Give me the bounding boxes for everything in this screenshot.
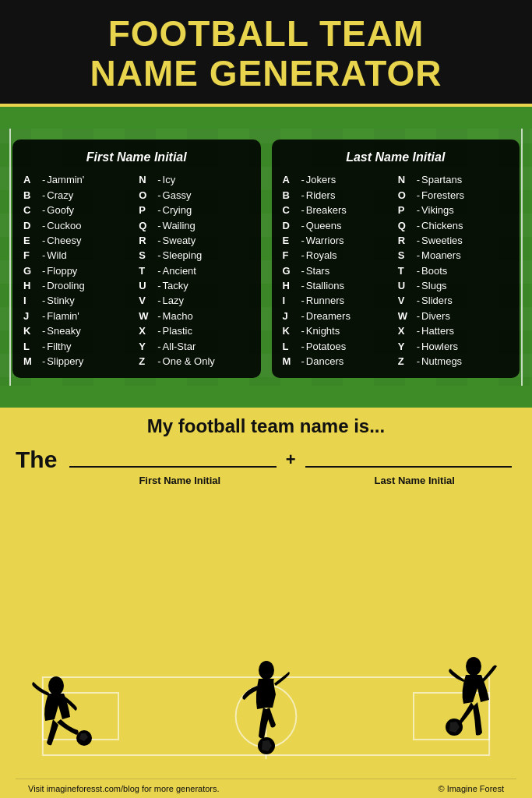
list-item: N - Icy: [139, 172, 249, 187]
list-item: G - Stars: [283, 263, 393, 277]
list-item: Q - Chickens: [398, 217, 509, 232]
list-item: V - Sliders: [398, 293, 509, 308]
last-name-table: Last Name Initial A - JokersB - RidersC …: [272, 139, 520, 378]
list-item: U - Slugs: [398, 278, 509, 293]
header: FOOTBALL TEAM NAME GENERATOR: [0, 0, 532, 107]
plus-sign: +: [286, 450, 296, 470]
list-item: L - Filthy: [23, 338, 134, 353]
list-item: R - Sweeties: [398, 233, 509, 248]
list-item: S - Moaners: [398, 248, 509, 263]
first-name-table: First Name Initial A - Jammin'B - CrazyC…: [12, 139, 261, 378]
list-item: I - Stinky: [23, 293, 134, 308]
last-name-table-title: Last Name Initial: [283, 150, 509, 164]
list-item: J - Dreamers: [283, 309, 393, 323]
list-item: F - Wild: [23, 248, 134, 263]
bottom-section: My football team name is... The + First …: [0, 408, 532, 798]
list-item: K - Knights: [283, 323, 393, 338]
list-item: N - Spartans: [398, 172, 509, 187]
team-name-row: The +: [16, 447, 516, 473]
list-item: P - Crying: [139, 203, 249, 217]
footer-right: © Imagine Forest: [438, 784, 504, 793]
content: FOOTBALL TEAM NAME GENERATOR First Name …: [0, 0, 532, 798]
list-item: M - Slippery: [23, 354, 134, 369]
main-wrapper: FOOTBALL TEAM NAME GENERATOR First Name …: [0, 0, 532, 798]
list-item: U - Tacky: [139, 278, 249, 293]
first-name-col1: A - Jammin'B - CrazyC - GoofyD - CuckooE…: [23, 172, 134, 369]
list-item: A - Jammin': [23, 172, 134, 187]
list-item: W - Macho: [139, 309, 249, 323]
list-item: Q - Wailing: [139, 217, 249, 232]
svg-point-6: [48, 676, 64, 695]
player-left-silhouette: [16, 659, 101, 763]
last-name-col2: N - SpartansO - ForestersP - VikingsQ - …: [398, 172, 509, 369]
list-item: Z - One & Only: [139, 354, 249, 369]
last-name-col1: A - JokersB - RidersC - BreakersD - Quee…: [283, 172, 393, 369]
green-stripe-bottom: [0, 386, 532, 408]
list-item: H - Stallions: [283, 278, 393, 293]
list-item: B - Crazy: [23, 188, 134, 203]
list-item: R - Sweaty: [139, 233, 249, 248]
list-item: Z - Nutmegs: [398, 354, 509, 369]
svg-point-10: [466, 657, 481, 676]
list-item: P - Vikings: [398, 203, 509, 217]
subtitle: My football team name is...: [16, 415, 516, 437]
list-item: V - Lazy: [139, 293, 249, 308]
list-item: A - Jokers: [283, 172, 393, 187]
list-item: X - Plastic: [139, 323, 249, 338]
the-label: The: [16, 447, 57, 473]
list-item: D - Queens: [283, 217, 393, 232]
list-item: B - Riders: [283, 188, 393, 203]
list-item: K - Sneaky: [23, 323, 134, 338]
list-item: Y - All-Star: [139, 338, 249, 353]
last-name-grid: A - JokersB - RidersC - BreakersD - Quee…: [283, 172, 509, 369]
last-name-label: Last Name Initial: [313, 475, 517, 486]
list-item: C - Goofy: [23, 203, 134, 217]
svg-point-8: [259, 661, 274, 680]
list-item: Y - Howlers: [398, 338, 509, 353]
list-item: M - Dancers: [283, 354, 393, 369]
first-name-col2: N - IcyO - GassyP - CryingQ - WailingR -…: [139, 172, 249, 369]
first-name-table-title: First Name Initial: [23, 150, 250, 164]
list-item: E - Cheesy: [23, 233, 134, 248]
list-item: D - Cuckoo: [23, 217, 134, 232]
list-item: T - Boots: [398, 263, 509, 277]
player-center-silhouette: [227, 651, 305, 763]
labels-row: First Name Initial Last Name Initial: [78, 475, 516, 486]
list-item: L - Potatoes: [283, 338, 393, 353]
silhouettes: [16, 486, 516, 779]
list-item: O - Foresters: [398, 188, 509, 203]
first-name-label: First Name Initial: [78, 475, 282, 486]
green-stripe-top: [0, 107, 532, 129]
player-right-silhouette: [431, 651, 516, 763]
footer-left: Visit imagineforesst.com/blog for more g…: [28, 784, 220, 793]
first-name-line: [69, 452, 276, 468]
first-name-grid: A - Jammin'B - CrazyC - GoofyD - CuckooE…: [23, 172, 250, 369]
list-item: T - Ancient: [139, 263, 249, 277]
footer: Visit imagineforesst.com/blog for more g…: [16, 779, 516, 798]
list-item: F - Royals: [283, 248, 393, 263]
list-item: E - Warriors: [283, 233, 393, 248]
list-item: G - Floppy: [23, 263, 134, 277]
list-item: I - Runners: [283, 293, 393, 308]
list-item: W - Divers: [398, 309, 509, 323]
tables-section: First Name Initial A - Jammin'B - CrazyC…: [0, 129, 532, 386]
list-item: J - Flamin': [23, 309, 134, 323]
list-item: O - Gassy: [139, 188, 249, 203]
list-item: H - Drooling: [23, 278, 134, 293]
page-title: FOOTBALL TEAM NAME GENERATOR: [16, 14, 516, 93]
list-item: S - Sleeping: [139, 248, 249, 263]
list-item: X - Hatters: [398, 323, 509, 338]
list-item: C - Breakers: [283, 203, 393, 217]
last-name-line: [305, 452, 512, 468]
